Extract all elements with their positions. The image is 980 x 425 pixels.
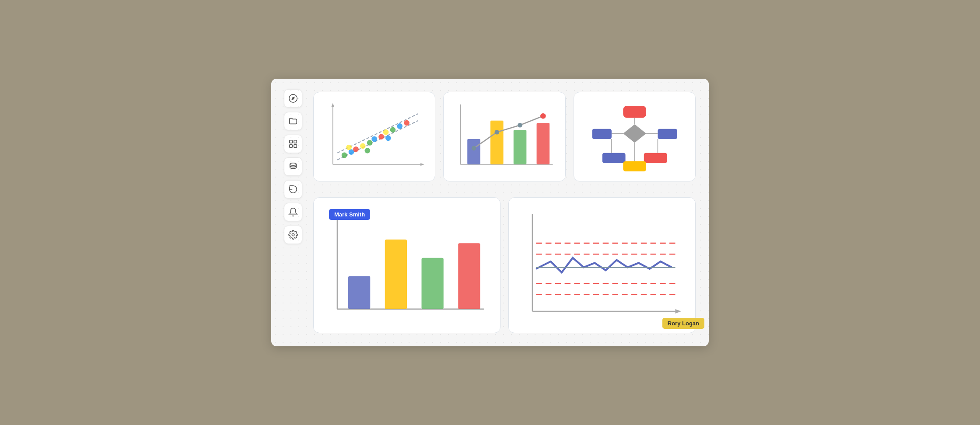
- line-band-chart: [514, 203, 690, 327]
- svg-rect-5: [294, 145, 297, 147]
- svg-rect-32: [514, 130, 527, 164]
- svg-marker-11: [420, 163, 424, 166]
- svg-rect-54: [385, 240, 407, 309]
- svg-point-21: [383, 129, 389, 135]
- svg-point-36: [518, 123, 523, 128]
- svg-point-6: [290, 163, 297, 166]
- svg-rect-41: [658, 129, 677, 139]
- svg-point-26: [364, 148, 370, 153]
- mark-smith-tooltip: Mark Smith: [329, 209, 370, 220]
- bell-icon[interactable]: [284, 203, 302, 221]
- svg-rect-3: [294, 140, 297, 143]
- svg-point-27: [385, 135, 391, 141]
- svg-point-20: [378, 134, 384, 139]
- compass-icon[interactable]: [284, 89, 302, 108]
- scatter-chart-card[interactable]: [313, 92, 435, 181]
- bar-line-chart-card[interactable]: [443, 92, 565, 181]
- svg-point-18: [367, 140, 373, 146]
- svg-marker-39: [623, 124, 646, 143]
- bar-line-chart: [449, 98, 560, 176]
- sidebar: [280, 87, 306, 338]
- settings-icon[interactable]: [284, 226, 302, 244]
- charts-grid: [313, 92, 696, 189]
- rory-logan-tooltip: Rory Logan: [662, 318, 704, 329]
- svg-rect-44: [623, 161, 646, 171]
- svg-rect-56: [458, 243, 480, 309]
- svg-rect-4: [290, 145, 292, 147]
- svg-point-24: [404, 120, 410, 126]
- flowchart-card[interactable]: [574, 92, 696, 181]
- flowchart: [579, 98, 690, 176]
- svg-point-22: [390, 127, 396, 132]
- svg-point-37: [540, 113, 546, 119]
- svg-rect-43: [644, 153, 667, 163]
- svg-rect-53: [348, 276, 370, 309]
- svg-point-19: [371, 136, 377, 142]
- app-container: Mark Smith Rory Logan: [271, 79, 709, 346]
- svg-point-25: [346, 145, 352, 150]
- svg-rect-38: [623, 106, 646, 118]
- svg-marker-1: [291, 97, 295, 100]
- svg-rect-33: [537, 123, 550, 164]
- svg-rect-30: [468, 139, 481, 164]
- dashboard-icon[interactable]: [284, 135, 302, 153]
- database-icon[interactable]: [284, 157, 302, 176]
- svg-point-14: [342, 153, 347, 158]
- svg-point-17: [360, 143, 366, 149]
- svg-rect-42: [602, 153, 625, 163]
- svg-rect-2: [290, 140, 292, 143]
- line-band-chart-card[interactable]: [508, 197, 696, 333]
- svg-rect-31: [490, 121, 504, 164]
- svg-point-16: [353, 146, 359, 152]
- history-icon[interactable]: [284, 180, 302, 199]
- svg-rect-55: [422, 258, 444, 309]
- scatter-chart: [319, 98, 430, 176]
- bottom-row: [313, 197, 696, 333]
- svg-rect-40: [592, 129, 611, 139]
- svg-point-23: [397, 123, 402, 129]
- svg-marker-10: [332, 103, 334, 107]
- svg-point-35: [495, 130, 500, 135]
- main-content: Mark Smith Rory Logan: [306, 87, 700, 338]
- svg-point-34: [472, 146, 476, 151]
- svg-marker-59: [676, 309, 681, 314]
- svg-point-7: [292, 233, 294, 236]
- folder-icon[interactable]: [284, 112, 302, 130]
- bar-chart: [319, 203, 495, 327]
